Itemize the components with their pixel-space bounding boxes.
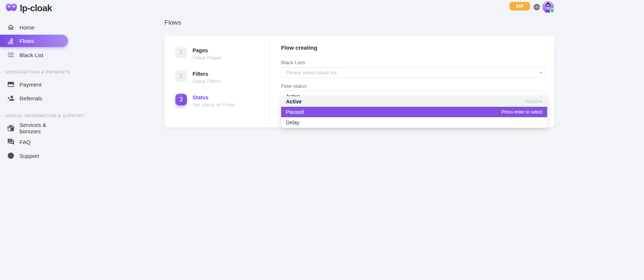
- step-title: Filters: [192, 70, 221, 77]
- step-number: 3: [175, 94, 187, 105]
- sidebar-item-label: Home: [19, 24, 34, 31]
- globe-icon[interactable]: [533, 3, 540, 11]
- sidebar-item-flows[interactable]: Flows: [0, 35, 68, 47]
- flow-wizard-card: 1 Pages Setup Pages 2 Filters Setup Filt…: [164, 35, 554, 127]
- black-list-icon: [7, 51, 15, 59]
- option-hint: Press enter to select: [502, 109, 542, 115]
- sidebar-item-label: Payment: [19, 81, 41, 88]
- step-subtitle: Setup Filters: [192, 78, 221, 84]
- referrals-icon: [7, 94, 15, 102]
- sidebar-section-subscription: SUBSCRIPTION & PAYMENTS: [0, 69, 67, 75]
- app-logo[interactable]: lp-cloak: [6, 3, 52, 13]
- option-label: Paused: [286, 109, 303, 115]
- section-title: USEFUL INFORMATION & SUPPORT: [5, 113, 85, 118]
- step-pages[interactable]: 1 Pages Setup Pages: [175, 47, 269, 64]
- step-number: 1: [175, 47, 187, 58]
- sidebar-item-label: Support: [19, 153, 39, 159]
- option-active[interactable]: Active Selected: [281, 96, 547, 107]
- option-label: Delay: [286, 119, 299, 125]
- black-lists-label: Black Lists: [281, 60, 547, 65]
- sidebar-item-label: Black List: [19, 52, 43, 58]
- flows-icon: [7, 37, 15, 45]
- option-paused[interactable]: Paused Press enter to select: [281, 107, 547, 117]
- step-subtitle: Set status of Flows: [192, 102, 235, 108]
- step-filters[interactable]: 2 Filters Setup Filters: [175, 70, 269, 87]
- flow-status-label: Flow status: [281, 83, 547, 89]
- flow-status-dropdown: Active Selected Paused Press enter to se…: [281, 96, 547, 128]
- section-title: SUBSCRIPTION & PAYMENTS: [5, 70, 71, 74]
- flow-creating-form: Flow creating Black Lists Please select …: [269, 35, 554, 127]
- step-title: Status: [192, 94, 235, 100]
- vip-button[interactable]: VIP: [509, 2, 530, 10]
- sidebar-item-referrals[interactable]: Referrals: [0, 92, 68, 105]
- step-number: 2: [175, 70, 187, 82]
- option-hint: Selected: [525, 99, 542, 104]
- sidebar-item-payment[interactable]: Payment: [0, 78, 68, 91]
- sidebar-item-label: Referrals: [19, 95, 42, 102]
- chevron-down-icon: [538, 70, 544, 76]
- svg-text:?!: ?!: [9, 139, 11, 142]
- sidebar-item-label: Services & bonuses: [19, 122, 68, 134]
- services-icon: [7, 124, 15, 132]
- support-icon: [7, 152, 15, 159]
- sidebar-item-label: FAQ: [19, 139, 31, 145]
- form-title: Flow creating: [281, 44, 547, 51]
- sidebar-item-black-list[interactable]: Black List: [0, 49, 68, 61]
- sidebar-item-faq[interactable]: ?! FAQ: [0, 136, 68, 148]
- sidebar-item-services[interactable]: Services & bonuses: [0, 122, 68, 134]
- step-status[interactable]: 3 Status Set status of Flows: [175, 94, 269, 111]
- step-subtitle: Setup Pages: [192, 55, 221, 60]
- wizard-steps: 1 Pages Setup Pages 2 Filters Setup Filt…: [164, 35, 269, 127]
- online-status-dot: [551, 9, 554, 12]
- sidebar-section-support: USEFUL INFORMATION & SUPPORT: [0, 113, 67, 118]
- sidebar-item-home[interactable]: Home: [0, 21, 68, 34]
- home-icon: [7, 24, 15, 31]
- sidebar-item-support[interactable]: Support: [0, 149, 68, 162]
- page-title: Flows: [164, 19, 181, 27]
- mask-logo-icon: [6, 3, 17, 13]
- sidebar: lp-cloak Home Flows Black List SUBSCRIPT…: [0, 0, 97, 280]
- faq-icon: ?!: [7, 138, 15, 146]
- option-delay[interactable]: Delay: [281, 117, 547, 128]
- option-label: Active: [286, 99, 302, 105]
- step-title: Pages: [192, 47, 221, 53]
- payment-icon: [7, 81, 15, 88]
- sidebar-item-label: Flows: [19, 38, 34, 44]
- black-lists-placeholder: Please select black list: [286, 70, 337, 75]
- black-lists-select[interactable]: Please select black list: [281, 67, 547, 78]
- app-name: lp-cloak: [20, 3, 52, 13]
